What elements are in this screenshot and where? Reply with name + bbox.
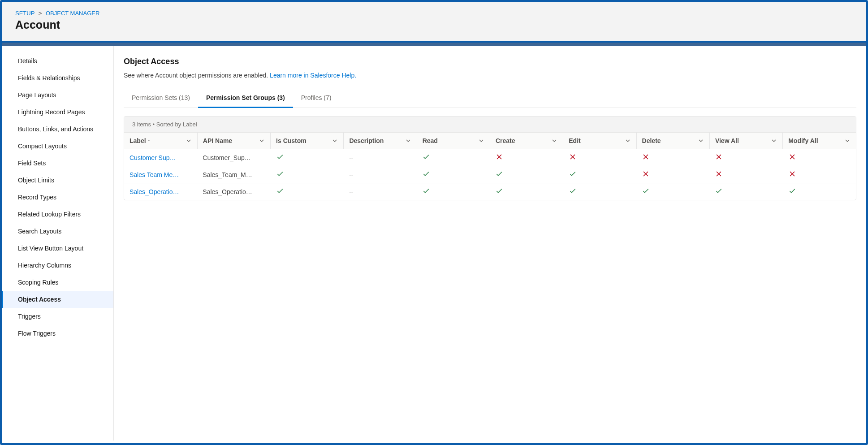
- chevron-down-icon[interactable]: [844, 138, 851, 144]
- record-link[interactable]: Sales Team Me…: [130, 171, 179, 178]
- col-header-label[interactable]: Label↑: [124, 133, 197, 149]
- page-title: Account: [15, 18, 853, 31]
- col-header-is-custom[interactable]: Is Custom: [271, 133, 344, 149]
- col-header-modify-all[interactable]: Modify All: [783, 133, 856, 149]
- main-content: Object Access See where Account object p…: [114, 46, 866, 441]
- breadcrumb-setup[interactable]: SETUP: [15, 10, 35, 17]
- sidebar-item-object-access[interactable]: Object Access: [2, 291, 113, 308]
- table-summary: 3 items • Sorted by Label: [124, 117, 856, 133]
- tab-permission-set-groups-3-[interactable]: Permission Set Groups (3): [198, 90, 293, 108]
- cell-is-custom: [271, 166, 344, 183]
- cell-delete: [636, 166, 709, 183]
- cell-api-name: Sales_Operatio…: [197, 183, 270, 200]
- cell-read: [417, 149, 490, 166]
- sidebar-item-related-lookup-filters[interactable]: Related Lookup Filters: [2, 206, 113, 223]
- sidebar-item-scoping-rules[interactable]: Scoping Rules: [2, 274, 113, 291]
- col-header-label: API Name: [203, 137, 232, 144]
- empty-value: --: [349, 154, 353, 161]
- check-icon: [642, 189, 650, 196]
- chevron-down-icon[interactable]: [478, 138, 484, 144]
- cell-edit: [563, 149, 636, 166]
- cell-is-custom: [271, 183, 344, 200]
- breadcrumb: SETUP > OBJECT MANAGER: [15, 10, 853, 17]
- check-icon: [495, 189, 503, 196]
- cell-is-custom: [271, 149, 344, 166]
- breadcrumb-separator: >: [36, 10, 44, 17]
- sidebar-item-fields-relationships[interactable]: Fields & Relationships: [2, 69, 113, 86]
- col-header-label: View All: [715, 137, 739, 144]
- cell-edit: [563, 166, 636, 183]
- cell-create: [490, 166, 563, 183]
- record-link[interactable]: Sales_Operatio…: [130, 188, 179, 195]
- header: SETUP > OBJECT MANAGER Account: [2, 2, 866, 43]
- sidebar-item-field-sets[interactable]: Field Sets: [2, 155, 113, 172]
- table-row: Customer Sup…Customer_Sup…--: [124, 149, 856, 166]
- cell-delete: [636, 149, 709, 166]
- cell-read: [417, 183, 490, 200]
- cell-view-all: [709, 183, 782, 200]
- col-header-create[interactable]: Create: [490, 133, 563, 149]
- breadcrumb-object-manager[interactable]: OBJECT MANAGER: [46, 10, 99, 17]
- check-icon: [276, 155, 284, 162]
- sidebar-item-buttons-links-and-actions[interactable]: Buttons, Links, and Actions: [2, 121, 113, 138]
- chevron-down-icon[interactable]: [625, 138, 631, 144]
- check-icon: [715, 189, 723, 196]
- cell-create: [490, 149, 563, 166]
- cross-icon: [788, 155, 796, 162]
- col-header-label: Delete: [642, 137, 661, 144]
- check-icon: [495, 172, 503, 179]
- chevron-down-icon[interactable]: [259, 138, 265, 144]
- sidebar-item-page-layouts[interactable]: Page Layouts: [2, 86, 113, 104]
- empty-value: --: [349, 171, 353, 178]
- sidebar-item-flow-triggers[interactable]: Flow Triggers: [2, 325, 113, 342]
- cell-edit: [563, 183, 636, 200]
- cell-label: Sales Team Me…: [124, 166, 197, 183]
- empty-value: --: [349, 188, 353, 195]
- cell-modify-all: [783, 149, 856, 166]
- col-header-label: Is Custom: [276, 137, 307, 144]
- cell-delete: [636, 183, 709, 200]
- cell-view-all: [709, 166, 782, 183]
- cross-icon: [715, 155, 723, 162]
- tab-profiles-7-[interactable]: Profiles (7): [293, 90, 340, 108]
- check-icon: [276, 172, 284, 179]
- cell-modify-all: [783, 166, 856, 183]
- cell-description: --: [344, 183, 417, 200]
- sidebar-item-record-types[interactable]: Record Types: [2, 189, 113, 206]
- learn-more-link[interactable]: Learn more in Salesforce Help.: [270, 72, 356, 79]
- section-subtitle: See where Account object permissions are…: [124, 72, 856, 79]
- col-header-api-name[interactable]: API Name: [197, 133, 270, 149]
- sidebar-item-object-limits[interactable]: Object Limits: [2, 172, 113, 189]
- col-header-label: Edit: [569, 137, 580, 144]
- chevron-down-icon[interactable]: [186, 138, 192, 144]
- col-header-description[interactable]: Description: [344, 133, 417, 149]
- sidebar-item-compact-layouts[interactable]: Compact Layouts: [2, 138, 113, 155]
- sidebar-item-details[interactable]: Details: [2, 52, 113, 69]
- sidebar-item-lightning-record-pages[interactable]: Lightning Record Pages: [2, 104, 113, 121]
- tab-permission-sets-13-[interactable]: Permission Sets (13): [124, 90, 198, 108]
- check-icon: [422, 155, 430, 162]
- check-icon: [569, 172, 577, 179]
- sidebar-item-hierarchy-columns[interactable]: Hierarchy Columns: [2, 257, 113, 274]
- record-link[interactable]: Customer Sup…: [130, 154, 176, 161]
- sidebar-item-list-view-button-layout[interactable]: List View Button Layout: [2, 240, 113, 257]
- col-header-label: Label↑: [130, 137, 150, 144]
- cross-icon: [788, 172, 796, 179]
- check-icon: [422, 189, 430, 196]
- cell-api-name: Sales_Team_M…: [197, 166, 270, 183]
- chevron-down-icon[interactable]: [698, 138, 704, 144]
- col-header-edit[interactable]: Edit: [563, 133, 636, 149]
- cross-icon: [642, 155, 650, 162]
- col-header-read[interactable]: Read: [417, 133, 490, 149]
- sidebar-item-triggers[interactable]: Triggers: [2, 308, 113, 325]
- chevron-down-icon[interactable]: [405, 138, 411, 144]
- cell-label: Customer Sup…: [124, 149, 197, 166]
- col-header-delete[interactable]: Delete: [636, 133, 709, 149]
- sidebar-item-search-layouts[interactable]: Search Layouts: [2, 223, 113, 240]
- chevron-down-icon[interactable]: [771, 138, 777, 144]
- check-icon: [788, 189, 796, 196]
- col-header-view-all[interactable]: View All: [709, 133, 782, 149]
- permission-table: 3 items • Sorted by Label Label↑API Name…: [124, 116, 856, 200]
- chevron-down-icon[interactable]: [551, 138, 557, 144]
- chevron-down-icon[interactable]: [332, 138, 338, 144]
